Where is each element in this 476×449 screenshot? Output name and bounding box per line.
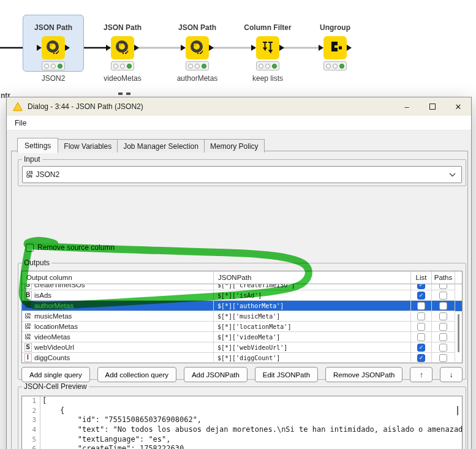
output-row-authorMetas[interactable]: {JS ONauthorMetas$[*]['authorMeta']	[22, 301, 462, 311]
json-type-icon: {JS ON	[25, 303, 31, 309]
remove-source-checkbox[interactable]	[26, 244, 34, 252]
node-name-label: keep lists	[234, 74, 301, 83]
line-number: 6	[22, 444, 40, 449]
json-preview-editor[interactable]: 1[2 {3 "id": "7551508650376908062",4 "te…	[21, 396, 463, 449]
paths-cell	[432, 332, 455, 342]
edit-jsonpath-button[interactable]: Edit JSONPath	[255, 367, 318, 382]
output-row-diggCounts[interactable]: IdiggCounts$[*]['diggCount']✓	[22, 353, 462, 362]
preview-line-4: 4 "text": "No todos los abusos dejan mor…	[22, 425, 462, 435]
line-number: 5	[22, 435, 40, 445]
tab-memory-policy[interactable]: Memory Policy	[204, 139, 265, 153]
status-yellow-dot	[51, 64, 56, 69]
paths-checkbox[interactable]	[439, 354, 447, 362]
list-cell: ✓	[411, 284, 432, 290]
close-button[interactable]: ✕	[445, 97, 471, 116]
node-name-label: videoMetas	[89, 74, 156, 83]
line-number: 4	[22, 425, 40, 435]
paths-checkbox[interactable]	[439, 302, 447, 310]
paths-cell	[432, 290, 455, 301]
paths-checkbox[interactable]	[439, 312, 447, 320]
node-icon[interactable]	[186, 36, 209, 59]
preview-scrollbar-thumb[interactable]	[457, 406, 458, 415]
col-header-paths[interactable]: Paths	[432, 271, 455, 284]
output-row-isAds[interactable]: BisAds$[*]['isAd']✓	[22, 290, 462, 301]
input-group: Input {JS ON JSON2	[18, 155, 466, 186]
remove-source-column-option[interactable]: Remove source column	[26, 243, 115, 252]
string-type-icon: S	[25, 343, 32, 352]
maximize-button[interactable]	[420, 97, 445, 116]
output-column-cell: ScreateTimeISOs	[22, 284, 214, 290]
node-type-label: Ungroup	[301, 23, 369, 32]
col-header-list[interactable]: List	[411, 271, 432, 284]
menu-file[interactable]: File	[10, 119, 31, 127]
workflow-node-json2[interactable]: JSON PathJSON2	[20, 0, 87, 97]
node-icon[interactable]	[111, 36, 134, 59]
dialog-titlebar[interactable]: Dialog - 3:44 - JSON Path (JSON2) – ✕	[7, 97, 471, 116]
minimize-button[interactable]: –	[394, 97, 420, 116]
workflow-node-ungroup[interactable]: Ungroup	[301, 0, 369, 97]
output-row-locationMetas[interactable]: {JS ONlocationMetas$[*]['locationMeta']	[22, 322, 462, 332]
tab-flow-variables[interactable]: Flow Variables	[58, 139, 118, 153]
paths-checkbox[interactable]	[439, 333, 447, 341]
integer-type-icon: I	[25, 353, 32, 362]
status-red-dot	[188, 64, 193, 69]
paths-checkbox[interactable]	[439, 344, 447, 352]
list-checkbox[interactable]: ✓	[417, 284, 425, 289]
move-up-button[interactable]: ↑	[410, 367, 433, 382]
tab-settings[interactable]: Settings	[17, 138, 58, 153]
status-red-dot	[326, 64, 331, 69]
add-jsonpath-button[interactable]: Add JSONPath	[184, 367, 247, 382]
input-column-select[interactable]: {JS ON JSON2	[22, 166, 462, 183]
col-header-jsonpath[interactable]: JSONPath	[214, 271, 411, 284]
line-text: {	[40, 406, 462, 416]
jsonpath-node-icon	[188, 39, 206, 57]
table-scrollbar-thumb[interactable]	[458, 314, 459, 352]
list-checkbox[interactable]	[417, 312, 425, 320]
col-header-output-column[interactable]: Output column	[22, 271, 214, 284]
status-yellow-dot	[333, 64, 338, 69]
output-row-createTimeISOs[interactable]: ScreateTimeISOs$[*]['createTimeISO']✓	[22, 284, 462, 290]
workflow-node-keep-lists[interactable]: Column Filterkeep lists	[234, 0, 301, 97]
list-checkbox[interactable]: ✓	[417, 292, 425, 300]
settings-tab-panel: Input {JS ON JSON2 Remove source column …	[11, 151, 468, 449]
paths-checkbox[interactable]	[439, 284, 447, 289]
list-checkbox[interactable]	[417, 302, 425, 310]
remove-jsonpath-button[interactable]: Remove JSONPath	[325, 367, 402, 382]
add-single-query-button[interactable]: Add single query	[21, 367, 90, 382]
list-checkbox[interactable]	[417, 323, 425, 331]
jsonpath-cell: $[*]['isAd']	[214, 290, 411, 301]
boolean-type-icon: B	[25, 291, 32, 300]
paths-cell	[432, 342, 455, 353]
tab-job-manager-selection[interactable]: Job Manager Selection	[117, 139, 205, 153]
preview-line-2: 2 {	[22, 406, 462, 416]
list-checkbox[interactable]	[417, 333, 425, 341]
list-cell	[411, 332, 432, 342]
workflow-node-videometas[interactable]: JSON PathvideoMetas	[89, 0, 156, 97]
list-cell	[411, 311, 432, 322]
output-row-musicMetas[interactable]: {JS ONmusicMetas$[*]['musicMeta']	[22, 311, 462, 322]
node-icon[interactable]	[323, 36, 347, 59]
add-collection-query-button[interactable]: Add collection query	[97, 367, 177, 382]
list-checkbox[interactable]: ✓	[417, 354, 425, 362]
node-status-traffic-light	[111, 61, 134, 70]
ungroup-node-icon	[326, 39, 344, 57]
output-row-webVideoUrl[interactable]: SwebVideoUrl$[*]['webVideoUrl']✓	[22, 342, 462, 353]
jsonpath-cell: $[*]['webVideoUrl']	[214, 342, 411, 353]
paths-cell	[432, 322, 455, 332]
node-icon[interactable]	[256, 36, 279, 59]
list-checkbox[interactable]: ✓	[417, 344, 425, 352]
scroll-gutter-cell	[455, 301, 462, 311]
output-row-videoMetas[interactable]: {JS ONvideoMetas$[*]['videoMeta']	[22, 332, 462, 342]
json-type-icon: {JS ON	[25, 323, 31, 330]
outputs-table-header: Output column JSONPath List Paths	[22, 271, 462, 284]
paths-checkbox[interactable]	[439, 323, 447, 331]
move-down-button[interactable]: ↓	[440, 367, 463, 382]
input-port-icon	[37, 45, 42, 51]
workflow-node-authormetas[interactable]: JSON PathauthorMetas	[164, 0, 231, 97]
output-column-cell: {JS ONlocationMetas	[22, 322, 214, 332]
output-column-cell: BisAds	[22, 290, 214, 301]
paths-checkbox[interactable]	[439, 292, 447, 300]
jsonpath-cell: $[*]['authorMeta']	[214, 301, 411, 311]
input-group-label: Input	[22, 155, 42, 164]
node-icon[interactable]	[42, 36, 65, 59]
